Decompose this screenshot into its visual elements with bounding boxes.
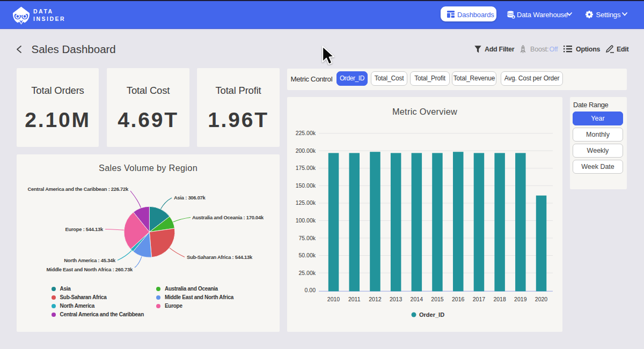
- svg-text:2018: 2018: [493, 296, 506, 302]
- svg-text:2011: 2011: [348, 296, 361, 302]
- svg-text:2010: 2010: [327, 296, 340, 302]
- svg-text:125.00k: 125.00k: [296, 199, 316, 206]
- svg-text:225.00k: 225.00k: [296, 130, 316, 136]
- svg-text:2016: 2016: [452, 296, 465, 302]
- svg-text:25.00k: 25.00k: [298, 270, 316, 276]
- svg-text:2020: 2020: [535, 296, 548, 302]
- svg-text:2015: 2015: [431, 296, 444, 302]
- svg-text:2017: 2017: [473, 296, 486, 302]
- svg-text:75.00k: 75.00k: [298, 235, 316, 241]
- svg-text:2019: 2019: [514, 296, 527, 302]
- svg-text:150.00k: 150.00k: [296, 182, 316, 189]
- svg-text:2012: 2012: [369, 296, 382, 302]
- svg-text:100.00k: 100.00k: [296, 217, 316, 224]
- svg-text:2013: 2013: [390, 296, 402, 302]
- svg-text:175.00k: 175.00k: [296, 165, 316, 171]
- svg-text:Order_ID: Order_ID: [419, 311, 444, 318]
- svg-text:0.00: 0.00: [305, 287, 316, 293]
- svg-text:50.00k: 50.00k: [298, 252, 316, 258]
- svg-text:200.00k: 200.00k: [296, 147, 316, 154]
- svg-text:2014: 2014: [411, 296, 423, 302]
